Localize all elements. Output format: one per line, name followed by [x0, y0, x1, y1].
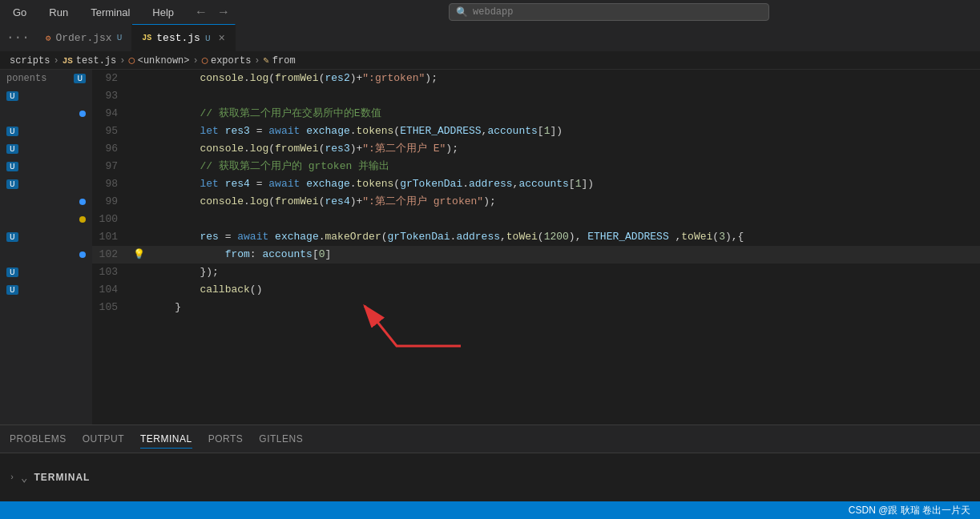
breadcrumb-exports: exports [211, 55, 251, 66]
line-content-92: console.log(fromWei(res2)+":grtoken"); [147, 70, 980, 87]
line-num-94: 94 [92, 105, 131, 123]
breadcrumb-testjs: test.js [76, 55, 116, 66]
code-line-104: 104 callback() [92, 281, 980, 299]
search-bar[interactable]: 🔍 webdapp [449, 3, 769, 21]
tab-test-icon: JS [142, 34, 151, 42]
nav-back-button[interactable]: ← [192, 6, 211, 18]
code-line-93: 93 [92, 87, 980, 105]
terminal-label-text: TERMINAL [34, 472, 90, 483]
sidebar-item-13: U [0, 281, 92, 299]
tab-test-badge: U [205, 34, 211, 43]
terminal-chevron-icon: › [10, 473, 14, 482]
breadcrumb-unknown-icon: ◯ [128, 54, 134, 66]
code-line-96: 96 console.log(fromWei(res3)+":第二个用户 E")… [92, 140, 980, 158]
breadcrumb-unknown: <unknown> [138, 55, 190, 66]
sidebar-item-11 [0, 246, 92, 264]
code-line-92: 92 console.log(fromWei(res2)+":grtoken")… [92, 70, 980, 87]
code-editor[interactable]: 92 console.log(fromWei(res2)+":grtoken")… [92, 70, 980, 424]
line-content-105: } [147, 299, 980, 316]
tab-order-badge: U [117, 33, 123, 42]
line-num-105: 105 [92, 299, 131, 316]
panel-tab-gitlens[interactable]: GITLENS [259, 430, 303, 448]
line-content-95: let res3 = await exchage.tokens(ETHER_AD… [147, 123, 980, 140]
code-line-100: 100 [92, 211, 980, 228]
breadcrumb-scripts: scripts [10, 55, 50, 66]
sidebar-4-badge: U [6, 127, 18, 136]
panel-tab-output[interactable]: OUTPUT [83, 430, 124, 448]
menu-run[interactable]: Run [44, 5, 73, 20]
title-bar: Go Run Terminal Help ← → 🔍 webdapp [0, 0, 980, 24]
menu-help[interactable]: Help [147, 5, 179, 20]
line-content-103: }); [147, 264, 980, 281]
menu-go[interactable]: Go [8, 5, 31, 20]
sidebar-12-badge: U [6, 268, 18, 277]
line-num-99: 99 [92, 193, 131, 211]
code-line-101: 101 res = await exchage.makeOrder(grToke… [92, 228, 980, 246]
breadcrumb-sep3: › [193, 55, 199, 66]
sidebar-dot-8 [79, 199, 86, 205]
sidebar-item-4: U [0, 123, 92, 140]
line-content-101: res = await exchage.makeOrder(grTokenDai… [147, 228, 980, 246]
line-num-92: 92 [92, 70, 131, 87]
sidebar-item-10: U [0, 228, 92, 246]
sidebar-7-badge: U [6, 179, 18, 189]
sidebar-10-badge: U [6, 232, 18, 242]
editor-container: ponents U U U U U U U [0, 70, 980, 424]
sidebar-item-6: U [0, 158, 92, 175]
line-num-97: 97 [92, 158, 131, 175]
lightbulb-icon: 💡 [133, 246, 145, 264]
sidebar-13-badge: U [6, 285, 18, 295]
line-num-95: 95 [92, 123, 131, 140]
code-line-95: 95 let res3 = await exchage.tokens(ETHER… [92, 123, 980, 140]
line-num-101: 101 [92, 228, 131, 246]
code-line-103: 103 }); [92, 264, 980, 281]
panel-tab-problems[interactable]: PROBLEMS [10, 430, 67, 448]
nav-buttons: ← → [192, 6, 233, 18]
search-icon: 🔍 [456, 6, 468, 18]
sidebar-item-components: ponents U [0, 70, 92, 87]
tab-more-button[interactable]: ··· [0, 24, 36, 51]
line-content-100 [147, 211, 980, 228]
sidebar-strip: ponents U U U U U U U [0, 70, 92, 424]
sidebar-item-2: U [0, 87, 92, 105]
code-line-102: 102 💡 from: accounts[0] [92, 246, 980, 264]
breadcrumb: scripts › JS test.js › ◯ <unknown> › ◯ e… [0, 52, 980, 70]
tab-order[interactable]: ⚙ Order.jsx U [36, 24, 132, 51]
line-num-100: 100 [92, 211, 131, 228]
breadcrumb-sep1: › [53, 55, 58, 66]
nav-forward-button[interactable]: → [214, 6, 233, 18]
code-line-99: 99 console.log(fromWei(res4)+":第二个用户 grt… [92, 193, 980, 211]
tab-test[interactable]: JS test.js U × [132, 24, 236, 51]
sidebar-components-badge: U [74, 74, 86, 83]
status-bar: CSDN @跟 耿瑞 卷出一片天 [0, 501, 980, 519]
sidebar-item-5: U [0, 140, 92, 158]
tab-test-close[interactable]: × [219, 32, 225, 45]
line-content-96: console.log(fromWei(res3)+":第二个用户 E"); [147, 140, 980, 158]
line-content-98: let res4 = await exchage.tokens(grTokenD… [147, 175, 980, 193]
menu-terminal[interactable]: Terminal [86, 5, 135, 20]
status-bar-text: CSDN @跟 耿瑞 卷出一片天 [849, 504, 970, 517]
sidebar-dot-3 [79, 111, 86, 117]
sidebar-2-badge: U [6, 91, 18, 101]
line-num-93: 93 [92, 87, 131, 105]
sidebar-item-12: U [0, 264, 92, 281]
line-content-97: // 获取第二个用户的 grtoken 并输出 [147, 158, 980, 175]
sidebar-item-7: U [0, 175, 92, 193]
panel-tab-terminal[interactable]: TERMINAL [140, 430, 192, 449]
breadcrumb-exports-icon: ◯ [202, 54, 208, 66]
bottom-panel: PROBLEMS OUTPUT TERMINAL PORTS GITLENS ›… [0, 424, 980, 501]
breadcrumb-js-icon: JS [63, 56, 73, 66]
sidebar-dot-9 [79, 216, 86, 223]
sidebar-item-9 [0, 211, 92, 228]
code-line-94: 94 // 获取第二个用户在交易所中的E数值 [92, 105, 980, 123]
panel-body: › ⌄ TERMINAL [0, 453, 980, 501]
line-num-102: 102 [92, 246, 131, 264]
code-line-97: 97 // 获取第二个用户的 grtoken 并输出 [92, 158, 980, 175]
panel-tab-ports[interactable]: PORTS [208, 430, 244, 448]
line-num-104: 104 [92, 281, 131, 299]
sidebar-item-3 [0, 105, 92, 123]
sidebar-item-8 [0, 193, 92, 211]
sidebar-components-label: ponents [6, 73, 46, 84]
tab-bar: ··· ⚙ Order.jsx U JS test.js U × [0, 24, 980, 52]
breadcrumb-from-icon: ✎ [264, 54, 269, 66]
